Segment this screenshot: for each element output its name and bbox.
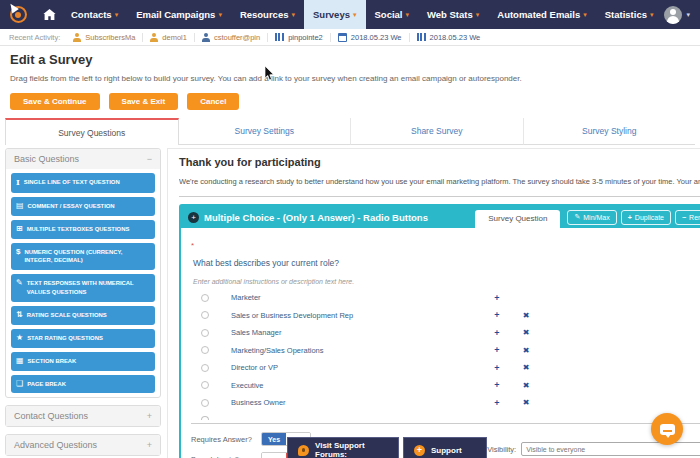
account-chevron-down-icon[interactable]: ▾ bbox=[686, 11, 690, 19]
question-type-label: MULTIPLE TEXTBOXES QUESTIONS bbox=[27, 225, 130, 234]
nav-menu-item[interactable]: Statistics ▾ bbox=[596, 0, 663, 29]
tab[interactable]: Share Survey bbox=[351, 118, 524, 145]
nav-menu-item[interactable]: Automated Emails ▾ bbox=[488, 0, 595, 29]
option-label[interactable]: Business Owner bbox=[231, 398, 483, 407]
radio-button-icon[interactable] bbox=[201, 329, 209, 337]
add-option-icon[interactable]: + bbox=[483, 328, 511, 338]
collapsed-panel-header[interactable]: Advanced Questions + bbox=[6, 435, 160, 455]
action-icon bbox=[574, 213, 580, 221]
radio-button-icon[interactable] bbox=[201, 399, 209, 407]
question-type-button[interactable]: COMMENT / ESSAY QUESTION bbox=[11, 197, 155, 216]
nav-menu-label: Web Stats bbox=[427, 9, 473, 20]
question-action-button[interactable]: Duplicate bbox=[621, 210, 671, 225]
user-avatar[interactable] bbox=[664, 6, 682, 24]
option-row: Director or VP + ✖ bbox=[191, 359, 700, 377]
radio-button-icon[interactable] bbox=[201, 294, 209, 302]
recent-activity-link[interactable]: demol1 bbox=[142, 33, 194, 42]
question-type-label: NUMERIC QUESTION (CURRENCY, INTEGER, DEC… bbox=[24, 248, 150, 266]
home-button[interactable] bbox=[36, 0, 62, 29]
tab[interactable]: Survey Settings bbox=[179, 118, 352, 145]
add-option-icon[interactable]: + bbox=[483, 345, 511, 355]
radio-button-icon[interactable] bbox=[201, 346, 209, 354]
question-type-button[interactable]: STAR RATING QUESTIONS bbox=[11, 329, 155, 348]
recent-activity-link[interactable]: 2018.05.23 We bbox=[330, 33, 409, 42]
question-type-button[interactable]: PAGE BREAK bbox=[11, 375, 155, 394]
nav-menu-item[interactable]: Social ▾ bbox=[366, 0, 419, 29]
add-option-icon[interactable]: + bbox=[483, 380, 511, 390]
recent-activity-link[interactable]: pinpointe2 bbox=[267, 33, 330, 42]
clipped-option-radio bbox=[201, 416, 209, 420]
question-type-icon bbox=[16, 248, 20, 257]
tab-bar: Survey Questions Survey Settings Share S… bbox=[5, 118, 695, 145]
add-option-icon[interactable]: + bbox=[483, 310, 511, 320]
app-logo[interactable] bbox=[0, 0, 36, 29]
activity-label: cstouffer@pin bbox=[214, 33, 260, 42]
visibility-select[interactable]: Visible to everyone bbox=[521, 442, 700, 456]
collapsed-panel-header[interactable]: Contact Questions + bbox=[6, 406, 160, 426]
option-label[interactable]: Marketing/Sales Operations bbox=[231, 346, 483, 355]
radio-button-icon[interactable] bbox=[201, 311, 209, 319]
basic-questions-header[interactable]: Basic Questions − bbox=[6, 149, 160, 169]
radio-button-icon[interactable] bbox=[201, 381, 209, 389]
question-type-button[interactable]: NUMERIC QUESTION (CURRENCY, INTEGER, DEC… bbox=[11, 243, 155, 271]
nav-menu-item[interactable]: Resources ▾ bbox=[231, 0, 304, 29]
remove-option-icon[interactable]: ✖ bbox=[511, 328, 541, 337]
survey-question-tab[interactable]: Survey Question bbox=[475, 210, 560, 228]
popup-label: Visit Support Forums: bbox=[315, 441, 388, 458]
add-option-icon[interactable]: + bbox=[483, 398, 511, 408]
action-button[interactable]: Cancel bbox=[187, 93, 239, 110]
question-action-button[interactable]: Min/Max bbox=[567, 210, 616, 225]
toggle-on-label: Yes bbox=[262, 433, 286, 445]
action-button[interactable]: Save & Exit bbox=[109, 93, 179, 110]
chat-launcher-button[interactable] bbox=[651, 413, 683, 445]
support-popup[interactable]: + Support bbox=[403, 437, 487, 458]
option-label[interactable]: Sales Manager bbox=[231, 328, 483, 337]
question-types-sidebar: Basic Questions − SINGLE LINE OF TEXT QU… bbox=[5, 148, 161, 458]
drag-move-icon[interactable]: + bbox=[188, 212, 199, 223]
option-label[interactable]: Sales or Business Development Rep bbox=[231, 311, 483, 320]
collapse-icon[interactable]: − bbox=[147, 154, 152, 164]
question-action-button[interactable]: Remove bbox=[675, 210, 700, 225]
question-type-button[interactable]: MULTIPLE TEXTBOXES QUESTIONS bbox=[11, 220, 155, 239]
expand-icon[interactable]: + bbox=[147, 440, 152, 450]
question-type-button[interactable]: RATING SCALE QUESTIONS bbox=[11, 306, 155, 325]
recent-activity-link[interactable]: 2018.05.23 We bbox=[409, 33, 488, 42]
action-label: Duplicate bbox=[635, 214, 664, 221]
remove-option-icon[interactable]: ✖ bbox=[511, 346, 541, 355]
remove-option-icon[interactable]: ✖ bbox=[511, 311, 541, 320]
tab[interactable]: Survey Styling bbox=[524, 118, 696, 145]
nav-menu-label: Automated Emails bbox=[497, 9, 580, 20]
option-label[interactable]: Director or VP bbox=[231, 363, 483, 372]
nav-menu-label: Statistics bbox=[605, 9, 647, 20]
option-label[interactable]: Executive bbox=[231, 381, 483, 390]
option-label[interactable]: Marketer bbox=[231, 293, 483, 302]
question-hint[interactable]: Enter additional instructions or descrip… bbox=[193, 278, 700, 285]
question-type-button[interactable]: SECTION BREAK bbox=[11, 352, 155, 371]
tab-label: Survey Styling bbox=[582, 126, 636, 136]
remove-option-icon[interactable]: ✖ bbox=[511, 363, 541, 372]
radio-button-icon[interactable] bbox=[201, 364, 209, 372]
add-option-icon[interactable]: + bbox=[483, 293, 511, 303]
recent-activity-link[interactable]: SubscribersMa bbox=[66, 33, 142, 42]
option-row: Executive + ✖ bbox=[191, 377, 700, 395]
nav-menu-item[interactable]: Email Campaigns ▾ bbox=[127, 0, 231, 29]
survey-intro-text[interactable]: We're conducting a research study to bet… bbox=[179, 177, 700, 186]
nav-menu-item[interactable]: Surveys ▾ bbox=[304, 0, 366, 29]
nav-menu-item[interactable]: Web Stats ▾ bbox=[418, 0, 488, 29]
action-icon bbox=[628, 214, 632, 221]
visit-support-forums-popup[interactable]: Visit Support Forums: bbox=[287, 437, 399, 458]
remove-option-icon[interactable]: ✖ bbox=[511, 381, 541, 390]
nav-menu-item[interactable]: Contacts ▾ bbox=[62, 0, 127, 29]
question-type-label: RATING SCALE QUESTIONS bbox=[27, 311, 107, 320]
question-text[interactable]: What best describes your current role? bbox=[193, 258, 339, 268]
action-button[interactable]: Save & Continue bbox=[10, 93, 100, 110]
recent-activity-link[interactable]: cstouffer@pin bbox=[194, 33, 267, 42]
add-option-icon[interactable]: + bbox=[483, 363, 511, 373]
question-type-button[interactable]: SINGLE LINE OF TEXT QUESTION bbox=[11, 173, 155, 193]
remove-option-icon[interactable]: ✖ bbox=[511, 398, 541, 407]
survey-intro-title[interactable]: Thank you for participating bbox=[179, 156, 700, 168]
question-type-button[interactable]: TEXT RESPONSES WITH NUMERICAL VALUES QUE… bbox=[11, 274, 155, 302]
tab[interactable]: Survey Questions bbox=[5, 118, 179, 145]
action-label: Min/Max bbox=[583, 214, 609, 221]
expand-icon[interactable]: + bbox=[147, 411, 152, 421]
